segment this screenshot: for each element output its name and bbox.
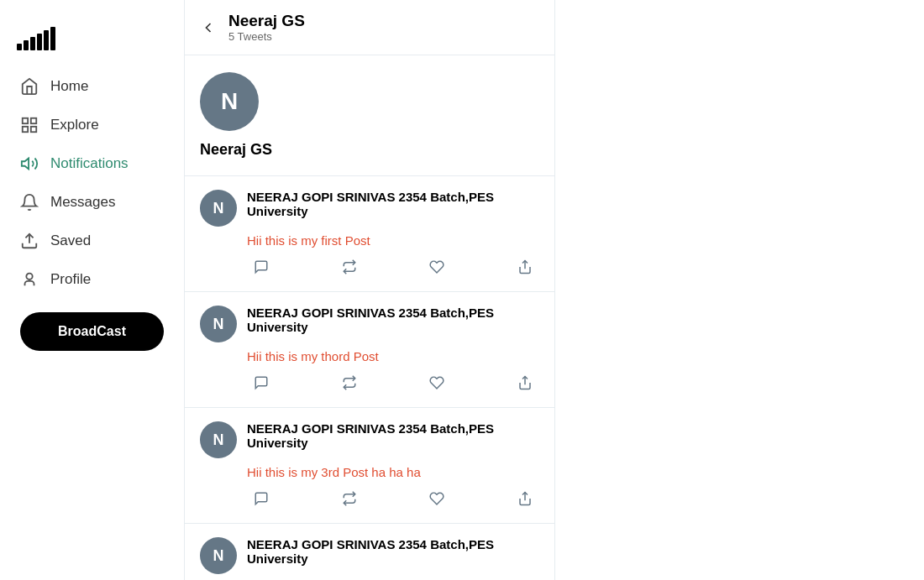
- like-button[interactable]: [423, 488, 451, 509]
- saved-icon: [20, 232, 39, 250]
- tweet-user-name: NEERAJ GOPI SRINIVAS 2354 Batch,PES Univ…: [247, 421, 539, 450]
- retweet-button[interactable]: [335, 256, 364, 278]
- broadcast-button[interactable]: BroadCast: [20, 312, 164, 351]
- tweet-header: N NEERAJ GOPI SRINIVAS 2354 Batch,PES Un…: [200, 190, 539, 227]
- messages-icon: [20, 193, 39, 212]
- tweet-card: N NEERAJ GOPI SRINIVAS 2354 Batch,PES Un…: [185, 176, 554, 292]
- profile-icon: [20, 270, 39, 289]
- sidebar-item-messages[interactable]: Messages: [8, 183, 176, 222]
- svg-rect-1: [31, 118, 36, 123]
- tweet-actions: [247, 256, 539, 278]
- tweet-content: Hii this is my first Post: [247, 233, 539, 248]
- sidebar-item-messages-label: Messages: [50, 194, 115, 211]
- sidebar: Home Explore Notifications Messages Save: [0, 0, 185, 580]
- sidebar-item-profile[interactable]: Profile: [8, 260, 176, 299]
- like-button[interactable]: [423, 256, 451, 278]
- profile-avatar-large: N: [200, 72, 259, 131]
- tweet-card: N NEERAJ GOPI SRINIVAS 2354 Batch,PES Un…: [185, 524, 554, 580]
- main-content: Neeraj GS 5 Tweets N Neeraj GS N NEERAJ …: [185, 0, 555, 580]
- share-button[interactable]: [511, 488, 539, 509]
- tweet-user-name: NEERAJ GOPI SRINIVAS 2354 Batch,PES Univ…: [247, 190, 539, 218]
- tweet-header: N NEERAJ GOPI SRINIVAS 2354 Batch,PES Un…: [200, 537, 539, 574]
- sidebar-item-home[interactable]: Home: [8, 67, 176, 106]
- profile-section: N Neeraj GS: [185, 55, 554, 176]
- svg-rect-3: [31, 127, 36, 132]
- sidebar-item-profile-label: Profile: [50, 271, 91, 288]
- home-icon: [20, 77, 39, 96]
- tweet-avatar: N: [200, 537, 237, 574]
- sidebar-item-home-label: Home: [50, 78, 88, 95]
- signal-bar-1: [17, 44, 22, 50]
- header-text: Neeraj GS 5 Tweets: [228, 12, 305, 43]
- signal-bar-3: [30, 37, 35, 50]
- tweets-container: N NEERAJ GOPI SRINIVAS 2354 Batch,PES Un…: [185, 176, 554, 580]
- tweet-content: Hii this is my 3rd Post ha ha ha: [247, 465, 539, 479]
- retweet-button[interactable]: [335, 488, 364, 509]
- tweet-user-name: NEERAJ GOPI SRINIVAS 2354 Batch,PES Univ…: [247, 537, 539, 566]
- signal-icon: [17, 25, 55, 50]
- explore-icon: [20, 116, 39, 134]
- tweet-header: N NEERAJ GOPI SRINIVAS 2354 Batch,PES Un…: [200, 421, 539, 458]
- comment-button[interactable]: [247, 372, 276, 394]
- retweet-button[interactable]: [335, 372, 364, 394]
- comment-button[interactable]: [247, 256, 276, 278]
- notifications-icon: [20, 154, 39, 173]
- sidebar-item-notifications[interactable]: Notifications: [8, 144, 176, 183]
- share-button[interactable]: [511, 372, 539, 394]
- tweet-card: N NEERAJ GOPI SRINIVAS 2354 Batch,PES Un…: [185, 408, 554, 524]
- signal-bar-5: [44, 30, 49, 50]
- comment-button[interactable]: [247, 488, 276, 509]
- svg-point-6: [26, 274, 32, 280]
- tweet-actions: [247, 488, 539, 509]
- share-button[interactable]: [511, 256, 539, 278]
- tweet-user-name: NEERAJ GOPI SRINIVAS 2354 Batch,PES Univ…: [247, 306, 539, 334]
- sidebar-item-notifications-label: Notifications: [50, 155, 129, 172]
- tweet-avatar: N: [200, 190, 237, 227]
- right-panel: [555, 0, 925, 580]
- nav-items: Home Explore Notifications Messages Save: [0, 67, 184, 563]
- svg-marker-4: [22, 159, 29, 170]
- profile-name: Neeraj GS: [200, 141, 539, 159]
- like-button[interactable]: [423, 372, 451, 394]
- logo-area: [0, 17, 184, 67]
- signal-bar-2: [24, 40, 29, 50]
- main-header: Neeraj GS 5 Tweets: [185, 0, 554, 55]
- signal-bar-6: [50, 27, 55, 50]
- tweet-header: N NEERAJ GOPI SRINIVAS 2354 Batch,PES Un…: [200, 306, 539, 342]
- tweet-avatar: N: [200, 421, 237, 458]
- sidebar-item-explore[interactable]: Explore: [8, 106, 176, 144]
- tweet-actions: [247, 372, 539, 394]
- header-subtitle: 5 Tweets: [228, 30, 305, 43]
- sidebar-item-saved[interactable]: Saved: [8, 222, 176, 260]
- sidebar-item-explore-label: Explore: [50, 117, 99, 133]
- sidebar-item-saved-label: Saved: [50, 233, 91, 249]
- signal-bar-4: [37, 34, 42, 50]
- tweet-content: Hii this is my thord Post: [247, 349, 539, 363]
- header-title: Neeraj GS: [228, 12, 305, 30]
- back-button[interactable]: [200, 19, 217, 36]
- svg-rect-2: [23, 127, 28, 132]
- tweet-avatar: N: [200, 306, 237, 342]
- svg-rect-0: [23, 118, 28, 123]
- tweet-card: N NEERAJ GOPI SRINIVAS 2354 Batch,PES Un…: [185, 292, 554, 408]
